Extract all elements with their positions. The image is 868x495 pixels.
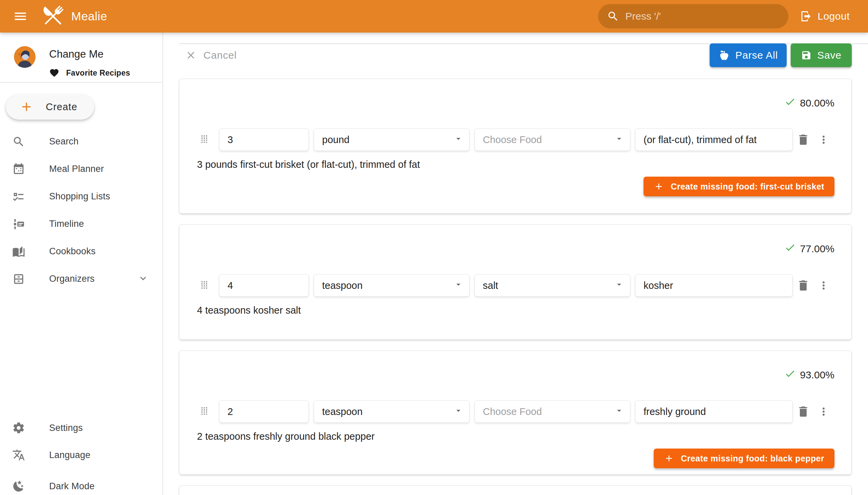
sidebar-item-timeline[interactable]: Timeline [0, 210, 163, 238]
book-open-icon [12, 245, 25, 258]
ingredient-edit-row: teaspoon Choose Food [180, 400, 851, 423]
save-label: Save [817, 50, 841, 61]
sidebar-item-search[interactable]: Search [0, 128, 163, 155]
global-search-bar[interactable] [598, 4, 788, 29]
ingredient-card-partial [179, 485, 852, 495]
drag-handle-icon [200, 135, 209, 144]
save-button[interactable]: Save [791, 44, 852, 67]
caret-down-icon [614, 134, 624, 143]
ingredient-card: 77.00% teaspoon salt 4 teaspoons kosher … [179, 224, 852, 340]
sidebar-nav: Search Meal Planner Shopping Lists Timel… [0, 128, 163, 293]
trash-icon [797, 133, 810, 147]
drag-handle[interactable] [200, 407, 209, 417]
create-missing-food-button[interactable]: Create missing food: first-cut brisket [644, 177, 834, 196]
ingredient-menu-button[interactable] [817, 279, 830, 292]
unit-value: teaspoon [322, 280, 454, 291]
unit-select[interactable]: teaspoon [313, 274, 470, 297]
plus-icon [19, 100, 34, 114]
favorite-recipes-link[interactable]: Favorite Recipes [49, 68, 130, 78]
create-missing-food-button[interactable]: Create missing food: black pepper [654, 448, 834, 468]
save-icon [801, 50, 812, 61]
kebab-icon [817, 279, 830, 292]
kebab-icon [817, 134, 830, 146]
check-icon [784, 368, 796, 379]
sidebar: Change Me Favorite Recipes Create Search… [0, 33, 163, 495]
calendar-icon [12, 163, 25, 176]
sidebar-item-organizers[interactable]: Organizers [0, 265, 163, 293]
sidebar-item-label: Meal Planner [49, 164, 104, 174]
ingredient-menu-button[interactable] [817, 134, 830, 146]
drag-handle[interactable] [200, 135, 209, 145]
parse-all-button[interactable]: Parse All [710, 44, 787, 67]
caret-down-icon [614, 280, 624, 289]
delete-ingredient-button[interactable] [797, 133, 810, 147]
note-field [635, 274, 793, 297]
food-select[interactable]: Choose Food [474, 400, 630, 423]
food-select[interactable]: Choose Food [474, 129, 630, 151]
caret-down-icon [454, 280, 463, 289]
translate-icon [12, 448, 25, 461]
unit-value: pound [322, 134, 454, 146]
delete-ingredient-button[interactable] [797, 279, 810, 292]
sidebar-footer-nav: Settings Language Dark Mode [0, 414, 163, 495]
profile-block[interactable]: Change Me Favorite Recipes [14, 46, 130, 78]
main-content: Cancel Parse All Save 80.00% pound Choo [163, 33, 868, 495]
confidence-value: 77.00% [800, 243, 834, 255]
close-icon [185, 50, 197, 61]
check-icon [784, 96, 796, 107]
quantity-field [219, 274, 309, 297]
caret-down-icon [454, 406, 463, 415]
parser-action-bar: Cancel Parse All Save [179, 44, 852, 67]
sidebar-item-meal-planner[interactable]: Meal Planner [0, 155, 163, 183]
quantity-input[interactable] [227, 134, 301, 146]
mealie-logo-icon [39, 3, 66, 30]
create-missing-food-label: Create missing food: first-cut brisket [671, 182, 824, 191]
food-value: Choose Food [483, 406, 614, 417]
trash-icon [797, 405, 810, 419]
parse-all-label: Parse All [735, 50, 778, 61]
sidebar-item-cookbooks[interactable]: Cookbooks [0, 238, 163, 265]
food-value: salt [483, 280, 614, 291]
gear-icon [12, 422, 25, 434]
drag-handle[interactable] [200, 280, 209, 291]
unit-select[interactable]: teaspoon [313, 400, 470, 423]
food-select[interactable]: salt [474, 274, 630, 297]
note-input[interactable] [644, 406, 784, 417]
note-input[interactable] [644, 280, 784, 291]
sidebar-item-label: Shopping Lists [49, 191, 110, 202]
note-input[interactable] [644, 134, 784, 146]
cancel-button[interactable]: Cancel [185, 44, 237, 67]
sidebar-item-settings[interactable]: Settings [0, 414, 163, 441]
create-button[interactable]: Create [6, 94, 94, 120]
sidebar-item-label: Organizers [49, 274, 95, 284]
heart-icon [49, 68, 59, 78]
hamburger-menu-icon[interactable] [10, 5, 31, 27]
search-input[interactable] [625, 11, 780, 22]
sidebar-item-shopping-lists[interactable]: Shopping Lists [0, 183, 163, 210]
sidebar-item-dark-mode[interactable]: Dark Mode [0, 473, 163, 495]
caret-down-icon [614, 406, 624, 415]
ingredient-card: 93.00% teaspoon Choose Food 2 teaspoons … [179, 351, 852, 475]
sidebar-item-language[interactable]: Language [0, 441, 163, 468]
quantity-field [219, 400, 309, 423]
sidebar-item-label: Timeline [49, 219, 84, 229]
confidence-badge: 77.00% [784, 242, 834, 256]
logout-icon [800, 10, 812, 22]
favorite-recipes-label: Favorite Recipes [66, 68, 130, 78]
quantity-input[interactable] [227, 280, 301, 291]
timeline-icon [12, 218, 25, 231]
avatar [14, 46, 36, 68]
ingredient-card: 80.00% pound Choose Food 3 pounds first-… [179, 79, 852, 214]
quantity-input[interactable] [227, 406, 301, 417]
sidebar-divider [0, 82, 163, 83]
search-icon [12, 135, 25, 148]
moon-icon [12, 480, 25, 493]
ingredient-menu-button[interactable] [817, 406, 830, 418]
logout-button[interactable]: Logout [800, 10, 850, 22]
trash-icon [797, 279, 810, 292]
unit-select[interactable]: pound [313, 129, 470, 151]
delete-ingredient-button[interactable] [797, 405, 810, 419]
unit-value: teaspoon [322, 406, 454, 417]
note-field [635, 400, 793, 423]
original-ingredient-text: 3 pounds first-cut brisket (or flat-cut)… [197, 159, 420, 170]
